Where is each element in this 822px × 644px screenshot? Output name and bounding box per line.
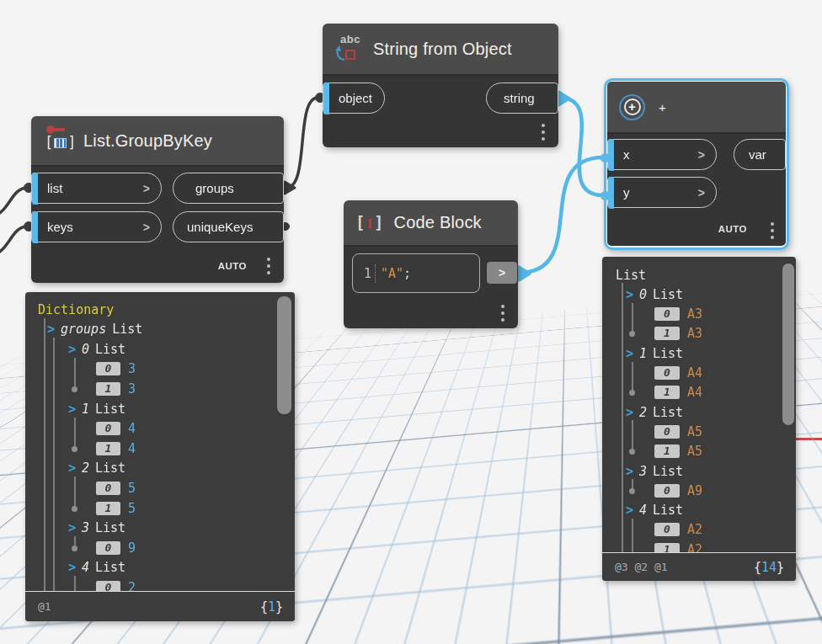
group-type-label: List (653, 464, 683, 479)
preview-item-row: 0A3 (654, 305, 702, 324)
node-menu-dots[interactable] (771, 222, 774, 239)
port-nub-y-input[interactable] (600, 191, 610, 200)
node-menu-dots[interactable] (267, 258, 270, 274)
preview-root-label: Dictionary (38, 302, 114, 317)
index-badge: 1 (96, 382, 120, 396)
index-badge: 1 (96, 502, 120, 515)
group-index: 2 (82, 460, 89, 476)
input-port-keys[interactable]: keys > (31, 211, 162, 242)
group-type-label: List (653, 287, 683, 302)
port-label: y (623, 185, 630, 200)
item-value: A4 (687, 365, 702, 381)
node-title: String from Object (373, 40, 512, 59)
port-label: uniqueKeys (187, 220, 253, 234)
node-code-block[interactable]: [I] Code Block 1 "A"; > (344, 200, 518, 328)
rail-end-dot (629, 331, 635, 337)
preview-group-row: >2List (68, 459, 125, 478)
port-label: var (749, 147, 766, 162)
output-port-string[interactable]: string (486, 82, 558, 114)
preview-footer: @3 @2 @1 {14} (602, 552, 796, 581)
preview-group-row: >3List (68, 519, 125, 538)
node-header[interactable]: + + (607, 82, 786, 134)
lacing-auto-label[interactable]: AUTO (718, 224, 747, 234)
port-nub-x-input[interactable] (600, 153, 610, 162)
expand-chevron-icon[interactable]: > (68, 520, 82, 535)
preview-group-row: Dictionary (38, 300, 114, 319)
wire-into-keys[interactable] (0, 226, 28, 256)
preview-item-row: 1A5 (654, 442, 702, 461)
preview-group-row: >1List (68, 399, 125, 418)
preview-group-row: >groupsList (47, 320, 142, 339)
preview-group-row: >0List (626, 285, 683, 304)
preview-panel-groupbykey: Dictionary>groupsList>0List0313>1List041… (25, 292, 295, 621)
output-port-codeblock[interactable]: > (487, 262, 517, 284)
node-header[interactable]: abc String from Object (323, 24, 558, 76)
port-label: object (339, 91, 372, 105)
rail-end-dot (629, 390, 635, 396)
node-plus-selected[interactable]: + + x > y > var AUTO (604, 78, 789, 250)
output-port-groups[interactable]: groups (173, 173, 284, 204)
node-menu-dots[interactable] (501, 305, 504, 322)
item-value: A9 (687, 483, 702, 498)
code-editor[interactable]: 1 "A"; (352, 253, 480, 293)
input-port-y[interactable]: y > (607, 177, 717, 208)
index-badge: 0 (654, 425, 680, 439)
scrollbar-thumb[interactable] (277, 296, 291, 414)
preview-item-row: 09 (96, 538, 136, 557)
item-value: A3 (687, 326, 702, 341)
wire-into-list[interactable] (0, 188, 28, 217)
wire-codeblock-to-x[interactable] (519, 157, 603, 273)
index-badge: 0 (654, 484, 680, 498)
expand-chevron-icon[interactable]: > (68, 342, 82, 357)
node-list-groupbykey[interactable]: [] List.GroupByKey list > keys > groups … (31, 116, 284, 283)
input-port-object[interactable]: object (323, 82, 385, 114)
preview-item-row: 04 (96, 419, 136, 439)
item-value: 3 (128, 361, 136, 376)
tree-guide-rail (632, 420, 633, 450)
group-index: groups (61, 322, 106, 337)
group-index: 0 (82, 342, 89, 357)
index-badge: 0 (96, 362, 120, 375)
expand-chevron-icon[interactable]: > (626, 346, 639, 361)
node-string-from-object[interactable]: abc String from Object object string (323, 24, 558, 147)
rail-end-dot (72, 546, 77, 551)
plus-circle-icon: + (619, 94, 645, 120)
scrollbar-thumb[interactable] (782, 263, 794, 425)
group-type-label: List (112, 322, 142, 337)
expand-chevron-icon[interactable]: > (68, 560, 82, 575)
tree-guide-rail (74, 476, 76, 506)
wire-groups-to-object[interactable] (286, 98, 319, 188)
expand-chevron-icon[interactable]: > (626, 287, 639, 302)
node-header[interactable]: [] List.GroupByKey (31, 116, 284, 167)
preview-item-row: 03 (96, 359, 136, 379)
lacing-auto-label[interactable]: AUTO (218, 261, 247, 271)
node-header[interactable]: [I] Code Block (344, 200, 518, 247)
group-index: 0 (639, 287, 647, 302)
expand-chevron-icon[interactable]: > (47, 322, 61, 337)
group-index: 4 (639, 503, 647, 518)
port-label: list (47, 181, 62, 195)
output-port-var[interactable]: var (734, 139, 786, 170)
input-port-list[interactable]: list > (31, 173, 162, 204)
expand-chevron-icon[interactable]: > (626, 464, 639, 479)
expand-chevron-icon[interactable]: > (626, 503, 639, 518)
port-label: string (504, 91, 535, 105)
chevron-right-icon: > (499, 266, 505, 279)
lacing-indicator: @1 (38, 600, 51, 613)
group-index: 3 (82, 520, 89, 535)
output-port-uniquekeys[interactable]: uniqueKeys (173, 211, 284, 242)
node-menu-dots[interactable] (542, 124, 545, 141)
tree-guide-rail (53, 338, 55, 594)
expand-chevron-icon[interactable]: > (626, 405, 639, 420)
node-title: List.GroupByKey (83, 131, 212, 151)
port-arrow-codeblock-output[interactable] (519, 267, 530, 280)
expand-chevron-icon[interactable]: > (68, 460, 82, 476)
index-badge: 1 (96, 442, 120, 455)
port-arrow-string-output[interactable] (558, 92, 569, 105)
expand-chevron-icon[interactable]: > (68, 402, 82, 417)
group-type-label: List (95, 520, 125, 535)
group-type-label: List (95, 402, 125, 417)
item-value: 4 (128, 421, 136, 436)
tree-guide-rail (622, 283, 623, 556)
input-port-x[interactable]: x > (607, 139, 717, 170)
